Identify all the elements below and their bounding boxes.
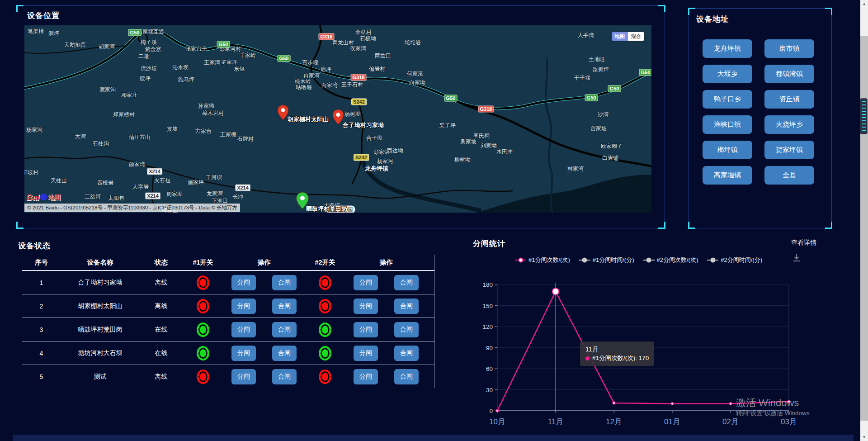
- panel-title-device-address: 设备地址: [696, 14, 729, 24]
- open-switch-button[interactable]: 分闸: [354, 369, 378, 384]
- map-place-label: 林家湾: [567, 165, 584, 173]
- close-switch-button[interactable]: 合闸: [394, 369, 419, 384]
- map-place-label: 坨坨岩: [405, 39, 421, 47]
- baidu-map[interactable]: 笔架槽洞坪天鹅抱蛋胡家湾高家堰互通梅子溪紫金寨二墩流沙坡腰坪渡家沟邓家庄沁水坝跑…: [24, 25, 651, 213]
- town-button[interactable]: 全县: [764, 166, 814, 185]
- location-pin-icon[interactable]: [333, 109, 344, 126]
- town-button[interactable]: 渔峡口镇: [703, 115, 752, 134]
- open-switch-button[interactable]: 分闸: [231, 275, 256, 290]
- close-switch-button[interactable]: 合闸: [394, 322, 419, 337]
- town-button[interactable]: 鸭子口乡: [703, 90, 752, 109]
- legend-item[interactable]: #2分闸次数/(次): [643, 256, 698, 264]
- map-place-label: 刘家坳: [481, 142, 497, 150]
- table-row: 3晒鼓坪村荒田岗在线分闸合闸分闸合闸: [22, 318, 434, 341]
- cell-index: 3: [22, 326, 61, 333]
- cell-operations: 分闸合闸: [223, 346, 305, 361]
- baidu-logo-text: Bai: [26, 193, 40, 203]
- close-switch-button[interactable]: 合闸: [272, 369, 297, 384]
- map-place-label: 腰坪: [140, 75, 151, 82]
- road-badge: G50: [639, 69, 651, 76]
- legend-item[interactable]: #1分闸次数/(次): [515, 256, 570, 264]
- next-panel-edge: [13, 435, 854, 441]
- scrollbar-thumb[interactable]: [860, 36, 868, 421]
- open-switch-button[interactable]: 分闸: [231, 369, 256, 384]
- open-switch-button[interactable]: 分闸: [231, 322, 256, 337]
- close-switch-button[interactable]: 合闸: [272, 275, 297, 290]
- town-button[interactable]: 榔坪镇: [703, 141, 752, 159]
- road-badge: G50: [585, 95, 598, 101]
- open-switch-button[interactable]: 分闸: [354, 299, 378, 314]
- map-place-label: 杨家河: [377, 157, 393, 165]
- svg-text:10月: 10月: [489, 417, 505, 426]
- map-place-label: 龙舟坪镇: [365, 165, 388, 173]
- corner-accent: [825, 222, 832, 229]
- svg-text:12月: 12月: [606, 417, 622, 426]
- close-switch-button[interactable]: 合闸: [272, 299, 297, 314]
- town-button[interactable]: 龙舟坪镇: [703, 39, 752, 58]
- cell-index: 2: [22, 303, 61, 310]
- legend-item[interactable]: #1分闸时间/(分): [579, 256, 634, 264]
- town-button[interactable]: 高家堰镇: [703, 166, 752, 185]
- close-switch-button[interactable]: 合闸: [394, 299, 419, 314]
- legend-label: #2分闸次数/(次): [657, 256, 698, 264]
- legend-item[interactable]: #2分闸时间/(分): [707, 256, 762, 264]
- green-led-indicator: [319, 346, 331, 360]
- open-switch-button[interactable]: 分闸: [354, 322, 378, 337]
- view-details-link[interactable]: 查看详情: [791, 239, 816, 247]
- map-place-label: 周家坳: [166, 190, 183, 198]
- town-button[interactable]: 火烧坪乡: [764, 115, 814, 134]
- close-switch-button[interactable]: 合闸: [272, 346, 297, 361]
- cell-index: 4: [22, 350, 61, 357]
- svg-text:60: 60: [486, 365, 493, 372]
- map-place-label: 干河坝: [206, 174, 222, 181]
- windows-activation-watermark-sub: 转到"设置"以激活 Windows: [736, 409, 810, 417]
- svg-text:120: 120: [482, 323, 493, 330]
- map-place-label: 向家湾: [321, 81, 338, 89]
- town-button[interactable]: 资丘镇: [764, 90, 814, 109]
- dashboard-page: { "map_panel": { "title": "设备位置", "toggl…: [0, 0, 868, 441]
- map-place-label: 石板坳: [360, 35, 376, 43]
- open-switch-button[interactable]: 分闸: [231, 299, 256, 314]
- location-pin-icon[interactable]: [278, 105, 288, 122]
- road-badge: X214: [145, 193, 160, 199]
- map-type-toggle: 地图 混合: [612, 32, 644, 41]
- hybrid-mode-button[interactable]: 混合: [628, 32, 644, 41]
- table-header-cell: #1开关: [183, 258, 223, 267]
- open-switch-button[interactable]: 分闸: [354, 346, 378, 361]
- map-mode-button[interactable]: 地图: [612, 32, 628, 41]
- map-place-label: 向家坳: [409, 79, 425, 86]
- map-place-label: 咕噜堰: [296, 84, 312, 91]
- tooltip-title: 11月: [585, 345, 649, 354]
- cell-operations: 分闸合闸: [345, 275, 427, 290]
- scroll-up-arrow-icon[interactable]: ▲: [860, 0, 868, 8]
- close-switch-button[interactable]: 合闸: [394, 346, 419, 361]
- cell-index: 5: [22, 373, 61, 380]
- scroll-down-arrow-icon[interactable]: ▼: [860, 433, 868, 441]
- town-button[interactable]: 贺家坪镇: [764, 141, 814, 159]
- map-place-label: 王家湾: [204, 59, 220, 66]
- cell-operations: 分闸合闸: [345, 299, 427, 314]
- green-led-indicator: [197, 346, 209, 360]
- cell-switch-2: [305, 275, 345, 290]
- cell-device-name: 晒鼓坪村荒田岗: [61, 326, 140, 334]
- town-button[interactable]: 都镇湾镇: [764, 65, 814, 83]
- table-row: 5测试离线分闸合闸分闸合闸: [22, 365, 434, 388]
- device-status-table: 序号设备名称状态#1开关操作#2开关操作 1合子坳村习家坳离线分闸合闸分闸合闸2…: [22, 255, 435, 388]
- map-place-label: 人字岩: [132, 183, 149, 191]
- map-place-label: 孙家坳: [198, 102, 214, 110]
- open-switch-button[interactable]: 分闸: [354, 275, 378, 290]
- map-place-label: 二墩: [138, 52, 149, 60]
- close-switch-button[interactable]: 合闸: [272, 322, 297, 337]
- open-switch-button[interactable]: 分闸: [231, 346, 256, 361]
- town-button[interactable]: 磨市镇: [764, 39, 814, 58]
- page-scrollbar[interactable]: ▲ ▼: [860, 0, 868, 441]
- map-place-label: 合子坳: [366, 134, 382, 142]
- town-button[interactable]: 大堰乡: [703, 65, 752, 83]
- chart-legend: #1分闸次数/(次)#1分闸时间/(分)#2分闸次数/(次)#2分闸时间/(分): [479, 256, 798, 264]
- map-place-label: 龙家湾: [207, 190, 223, 198]
- map-place-label: 欧家圈子: [601, 142, 623, 150]
- close-switch-button[interactable]: 合闸: [394, 275, 419, 290]
- map-place-label: 曾家坡: [590, 125, 607, 133]
- map-place-label: 火石包: [154, 177, 170, 185]
- cell-switch-1: [183, 275, 223, 290]
